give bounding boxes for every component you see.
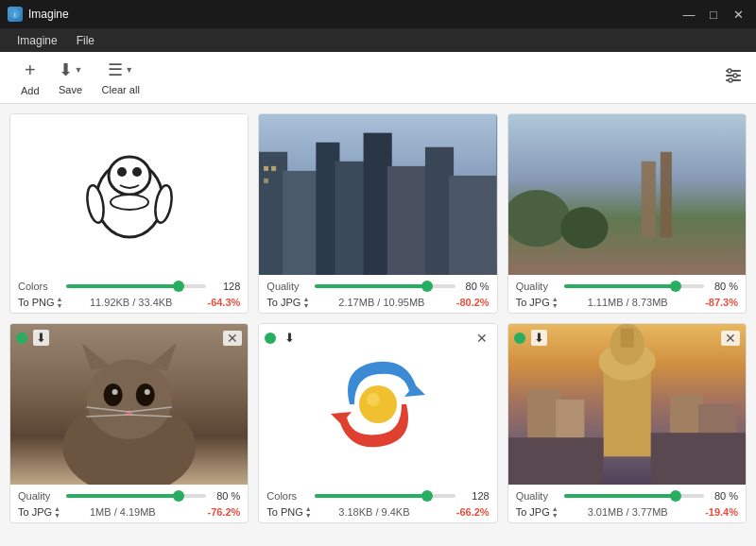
card-5-image [259, 324, 496, 485]
svg-point-11 [132, 167, 142, 177]
card-5-file-sizes: 3.18KB / 9.4KB [338, 506, 450, 518]
svg-rect-25 [271, 166, 276, 171]
add-label: Add [21, 85, 40, 96]
window-controls: — □ ✕ [679, 4, 748, 25]
add-button[interactable]: + Add [13, 56, 47, 100]
save-button[interactable]: ⬇ ▼ Save [51, 56, 91, 99]
main-grid: Colors 128 To PNG ▲▼ 11.92KB / 33.4KB -6… [0, 104, 756, 546]
card-6-close-button[interactable]: ✕ [721, 331, 740, 346]
card-4-format-arrows[interactable]: ▲▼ [54, 505, 60, 519]
card-5-slider-track[interactable] [315, 494, 455, 498]
card-4-format-select[interactable]: To JPG ▲▼ [18, 505, 84, 519]
card-5-format-label: To PNG [266, 506, 303, 518]
minimize-button[interactable]: — [679, 4, 699, 25]
svg-point-37 [104, 384, 123, 406]
card-3-slider-row: Quality 80 % [516, 281, 738, 292]
card-6-control-label: Quality [516, 490, 558, 502]
card-4-download-icon[interactable]: ⬇ [33, 330, 49, 346]
card-4-status-dot [16, 333, 27, 344]
svg-point-31 [560, 207, 608, 248]
clear-button[interactable]: ☰ ▼ Clear all [94, 56, 147, 99]
save-icon: ⬇ [59, 60, 73, 80]
card-2-format-arrows[interactable]: ▲▼ [302, 296, 309, 309]
card-5-slider-row: Colors 128 [266, 490, 489, 502]
svg-rect-58 [650, 433, 746, 485]
card-1-reduction: -64.3% [207, 297, 240, 308]
svg-point-46 [359, 385, 397, 423]
card-3-file-sizes: 1.11MB / 8.73MB [588, 297, 699, 308]
card-4-header: ⬇ ✕ [16, 330, 242, 346]
card-6: ⬇ ✕ [507, 323, 747, 523]
card-5-reduction: -66.2% [456, 506, 490, 518]
settings-button[interactable] [724, 66, 743, 89]
close-button[interactable]: ✕ [728, 4, 748, 25]
svg-rect-17 [283, 171, 320, 275]
card-5-format-row: To PNG ▲▼ 3.18KB / 9.4KB -66.2% [266, 505, 489, 519]
svg-point-12 [111, 195, 148, 210]
card-2-control-label: Quality [266, 281, 309, 292]
card-6-image [508, 324, 746, 485]
cat-image [10, 324, 248, 485]
title-bar-left: i Imagine [8, 7, 69, 22]
svg-rect-24 [264, 166, 268, 171]
card-4-controls: Quality 80 % To JPG ▲▼ 1MB / 4.19MB -76.… [10, 485, 248, 522]
add-icon: + [25, 60, 36, 81]
card-1-control-value: 128 [212, 281, 240, 292]
card-3-control-value: 80 % [710, 281, 738, 292]
toolbar: + Add ⬇ ▼ Save ☰ ▼ Clear all [0, 52, 756, 104]
card-1-format-label: To PNG [18, 297, 55, 308]
card-6-control-value: 80 % [710, 490, 738, 502]
svg-point-10 [117, 167, 127, 177]
card-5-close-button[interactable]: ✕ [472, 331, 491, 346]
clear-icon: ☰ [108, 60, 123, 80]
card-2-slider-track[interactable] [315, 284, 455, 288]
card-1-image [10, 114, 248, 275]
card-6-slider-track[interactable] [564, 494, 704, 498]
card-4-format-row: To JPG ▲▼ 1MB / 4.19MB -76.2% [18, 505, 240, 519]
card-1-slider-track[interactable] [66, 284, 206, 288]
menu-bar: Imagine File [0, 28, 756, 52]
card-2-format-select[interactable]: To JPG ▲▼ [266, 296, 333, 309]
card-6-format-select[interactable]: To JPG ▲▼ [516, 505, 582, 519]
card-4-control-label: Quality [18, 490, 60, 502]
maximize-button[interactable]: □ [703, 4, 724, 25]
card-5-format-select[interactable]: To PNG ▲▼ [266, 505, 333, 519]
card-4-slider-track[interactable] [66, 494, 206, 498]
card-1-format-select[interactable]: To PNG ▲▼ [18, 296, 84, 309]
card-2-file-sizes: 2.17MB / 10.95MB [338, 297, 450, 308]
card-3-format-select[interactable]: To JPG ▲▼ [516, 296, 582, 309]
card-3-format-label: To JPG [516, 297, 550, 308]
card-6-download-icon[interactable]: ⬇ [531, 330, 547, 346]
svg-rect-57 [508, 437, 604, 485]
svg-rect-29 [661, 152, 672, 237]
card-4-close-button[interactable]: ✕ [223, 331, 242, 346]
menu-imagine[interactable]: Imagine [8, 32, 67, 49]
card-6-format-arrows[interactable]: ▲▼ [552, 505, 558, 519]
svg-rect-28 [641, 162, 655, 237]
save-label: Save [59, 84, 82, 95]
card-4-slider-row: Quality 80 % [18, 490, 240, 502]
save-dropdown-arrow: ▼ [75, 65, 83, 75]
svg-point-40 [145, 389, 150, 395]
clear-label: Clear all [102, 84, 140, 95]
card-1-slider-row: Colors 128 [18, 281, 240, 292]
svg-rect-26 [264, 179, 268, 183]
card-3-reduction: -87.3% [705, 297, 738, 308]
card-3-slider-track[interactable] [564, 284, 704, 288]
card-5-download-icon[interactable]: ⬇ [282, 330, 298, 346]
toolbar-left: + Add ⬇ ▼ Save ☰ ▼ Clear all [13, 56, 147, 100]
card-5-control-label: Colors [266, 490, 309, 502]
svg-point-7 [729, 78, 732, 82]
card-1-format-arrows[interactable]: ▲▼ [57, 296, 63, 309]
card-3-format-arrows[interactable]: ▲▼ [552, 296, 558, 309]
svg-point-38 [136, 384, 155, 406]
svg-point-5 [728, 69, 731, 73]
app-title: Imagine [28, 8, 69, 21]
svg-rect-19 [335, 162, 369, 275]
menu-file[interactable]: File [67, 32, 104, 49]
svg-rect-23 [449, 176, 496, 275]
card-6-header: ⬇ ✕ [514, 330, 740, 346]
card-2-image [259, 114, 496, 275]
card-5-format-arrows[interactable]: ▲▼ [305, 505, 312, 519]
card-5-status-dot [265, 333, 276, 344]
